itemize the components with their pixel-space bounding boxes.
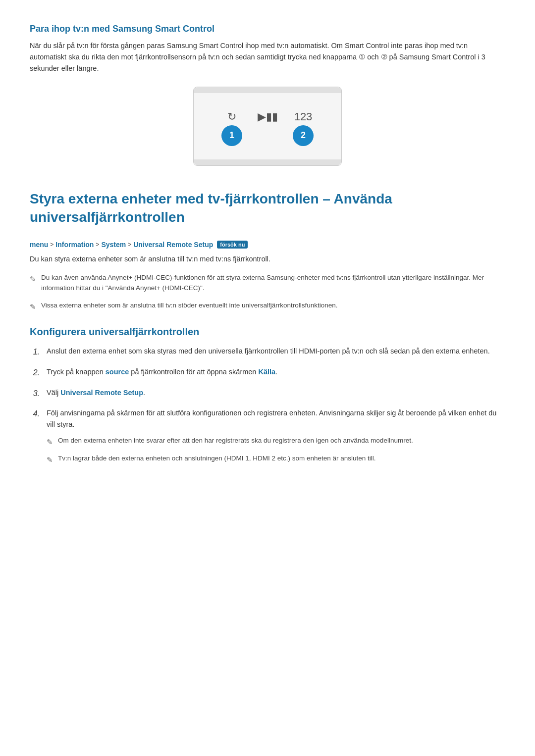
section2-description: Du kan styra externa enheter som är ansl… xyxy=(30,253,505,265)
remote-btn-2: ▶▮▮ xyxy=(257,111,278,146)
step-3: 3. Välj Universal Remote Setup. xyxy=(30,387,505,400)
remote-btn-3: 123 2 xyxy=(293,111,314,146)
note-item-2: ✎ Vissa externa enheter som är anslutna … xyxy=(30,301,505,312)
remote-illustration: ↻ 1 ▶▮▮ 123 2 xyxy=(193,87,342,166)
note-list: ✎ Du kan även använda Anynet+ (HDMI-CEC)… xyxy=(30,273,505,312)
breadcrumb-sep-3: > xyxy=(128,241,131,248)
sub-note-icon-2: ✎ xyxy=(47,454,53,465)
breadcrumb-sep-1: > xyxy=(50,241,54,248)
universal-remote-section: Styra externa enheter med tv-fjärrkontro… xyxy=(30,190,505,472)
remote-bottom-bar xyxy=(194,159,341,165)
sub-note-list: ✎ Om den externa enheten inte svarar eft… xyxy=(47,436,505,466)
sub-heading: Konfigurera universalfjärrkontrollen xyxy=(30,326,505,338)
step-num-4: 4. xyxy=(30,407,40,420)
step-text-4: Följ anvisningarna på skärmen för att sl… xyxy=(47,407,505,471)
breadcrumb-system[interactable]: System xyxy=(101,241,126,249)
breadcrumb-universal-remote-setup[interactable]: Universal Remote Setup xyxy=(133,241,213,249)
step-1: 1. Anslut den externa enhet som ska styr… xyxy=(30,346,505,358)
step-num-1: 1. xyxy=(30,346,40,358)
step-4: 4. Följ anvisningarna på skärmen för att… xyxy=(30,407,505,471)
universal-remote-link: Universal Remote Setup xyxy=(60,389,143,397)
sub-note-text-1: Om den externa enheten inte svarar efter… xyxy=(58,436,413,446)
pair-body: När du slår på tv:n för första gången pa… xyxy=(30,40,505,75)
sub-note-2: ✎ Tv:n lagrar både den externa enheten o… xyxy=(47,454,505,465)
sub-note-text-2: Tv:n lagrar både den externa enheten och… xyxy=(58,454,376,464)
pair-title: Para ihop tv:n med Samsung Smart Control xyxy=(30,24,505,34)
sub-note-1: ✎ Om den externa enheten inte svarar eft… xyxy=(47,436,505,448)
sub-note-icon-1: ✎ xyxy=(47,436,53,448)
remote-123-icon: 123 xyxy=(294,111,313,122)
source-link: source xyxy=(106,368,129,376)
note-icon-2: ✎ xyxy=(30,301,36,312)
numbered-list: 1. Anslut den externa enhet som ska styr… xyxy=(30,346,505,471)
step-num-2: 2. xyxy=(30,366,40,379)
remote-playpause-icon: ▶▮▮ xyxy=(258,111,278,122)
note-text-1: Du kan även använda Anynet+ (HDMI-CEC)-f… xyxy=(41,273,505,294)
breadcrumb: menu > Information > System > Universal … xyxy=(30,241,505,249)
breadcrumb-information[interactable]: Information xyxy=(55,241,94,249)
breadcrumb-menu[interactable]: menu xyxy=(30,241,48,249)
remote-illustration-container: ↻ 1 ▶▮▮ 123 2 xyxy=(30,87,505,166)
step-text-3: Välj Universal Remote Setup. xyxy=(47,387,505,399)
note-icon-1: ✎ xyxy=(30,273,36,285)
remote-circle-2: 2 xyxy=(293,125,314,146)
step-text-2: Tryck på knappen source på fjärrkontroll… xyxy=(47,366,505,378)
pair-section: Para ihop tv:n med Samsung Smart Control… xyxy=(30,24,505,166)
breadcrumb-sep-2: > xyxy=(96,241,99,248)
note-item-1: ✎ Du kan även använda Anynet+ (HDMI-CEC)… xyxy=(30,273,505,294)
step-2: 2. Tryck på knappen source på fjärrkontr… xyxy=(30,366,505,379)
remote-back-icon: ↻ xyxy=(227,111,236,122)
kalla-link: Källa xyxy=(258,368,275,376)
remote-circle-1: 1 xyxy=(221,125,242,146)
note-text-2: Vissa externa enheter som är anslutna ti… xyxy=(41,301,338,311)
step-num-3: 3. xyxy=(30,387,40,400)
remote-circle-empty xyxy=(257,125,278,146)
remote-top-bar xyxy=(194,87,341,93)
remote-btn-1: ↻ 1 xyxy=(221,111,242,146)
step-text-1: Anslut den externa enhet som ska styras … xyxy=(47,346,505,357)
try-now-badge[interactable]: försök nu xyxy=(217,241,248,249)
main-heading: Styra externa enheter med tv-fjärrkontro… xyxy=(30,190,505,227)
remote-buttons-row: ↻ 1 ▶▮▮ 123 2 xyxy=(221,111,314,146)
